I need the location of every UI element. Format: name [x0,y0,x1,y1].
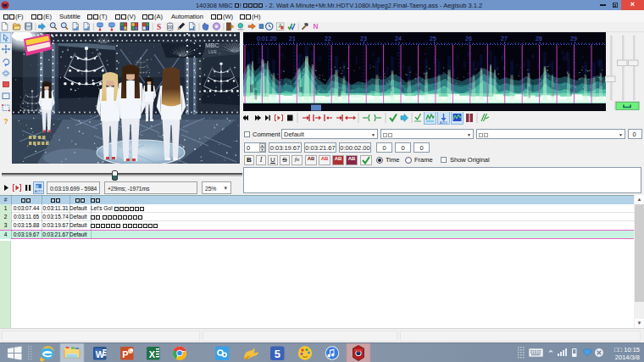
svg-text:LIVE: LIVE [208,50,217,54]
svg-text:P: P [122,349,128,359]
svg-text:0:01:20: 0:01:20 [257,36,276,42]
svg-text:24: 24 [395,36,402,42]
svg-text:N: N [314,22,319,31]
svg-text:X: X [149,349,156,359]
svg-text:□□ 10:15: □□ 10:15 [614,346,640,354]
svg-text:00: 00 [168,25,173,30]
svg-text:26: 26 [465,36,472,42]
svg-text:27: 27 [501,36,508,42]
svg-text:5: 5 [275,348,280,360]
svg-text:S: S [157,23,161,31]
svg-text:MBC: MBC [205,42,219,49]
svg-text:25: 25 [430,36,436,42]
svg-text:2014/3/8: 2014/3/8 [615,354,640,361]
svg-text:28: 28 [536,36,542,42]
svg-text:21: 21 [289,36,296,42]
svg-text:23: 23 [360,36,367,42]
svg-text:22: 22 [325,36,331,42]
svg-text:29: 29 [570,36,577,42]
